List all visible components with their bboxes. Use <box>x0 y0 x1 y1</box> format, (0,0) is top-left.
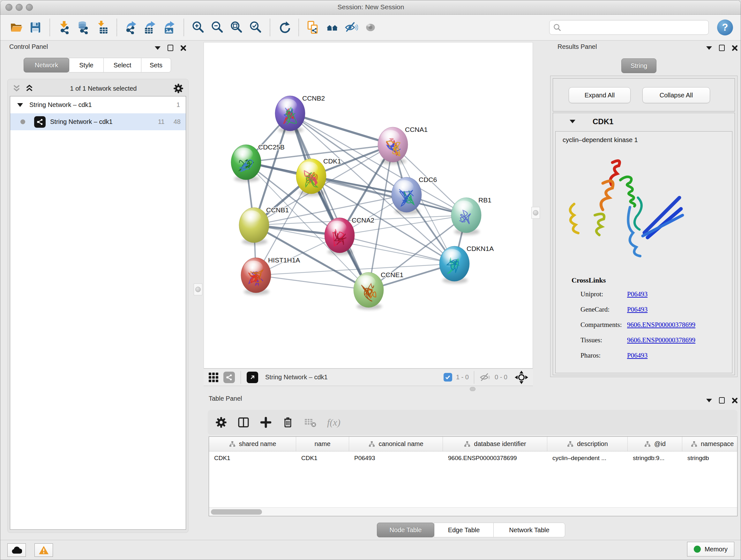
node-table[interactable]: shared name name canonical name database… <box>209 436 738 516</box>
node-label-CCNB1: CCNB1 <box>266 206 289 213</box>
table-horizontal-scrollbar[interactable] <box>209 507 737 516</box>
network-view-title: String Network – cdk1 <box>265 374 328 381</box>
zoom-fit-icon[interactable] <box>229 18 244 37</box>
import-network-icon[interactable] <box>57 18 71 37</box>
crosslink-link-pharos[interactable]: P06493 <box>627 352 648 360</box>
import-database-icon[interactable] <box>76 18 91 37</box>
panel-close-icon[interactable] <box>732 45 738 51</box>
warnings-button[interactable] <box>35 543 53 557</box>
birds-eye-icon[interactable] <box>515 370 529 384</box>
network-edge-CCNB2-CCNE1[interactable] <box>290 113 368 290</box>
toolbar-separator <box>117 19 117 36</box>
save-session-icon[interactable] <box>28 18 43 37</box>
tab-string[interactable]: String <box>621 58 657 73</box>
crosslink-link-compartments[interactable]: 9606.ENSP00000378699 <box>627 321 695 329</box>
selected-checkbox-icon[interactable] <box>444 373 452 381</box>
network-node-CCNA1[interactable] <box>378 127 408 165</box>
export-table-icon[interactable] <box>143 18 158 37</box>
show-all-icon[interactable] <box>325 18 340 37</box>
network-collection-row[interactable]: String Network – cdk1 1 <box>10 97 186 113</box>
open-session-icon[interactable] <box>9 18 23 37</box>
network-edge-CCNB2-CCNA1[interactable] <box>290 113 393 145</box>
right-splitter-handle[interactable] <box>531 207 540 219</box>
toolbar-separator <box>270 19 270 36</box>
table-gear-icon[interactable] <box>215 417 227 428</box>
hide-selected-icon[interactable] <box>344 18 359 37</box>
network-row-selected[interactable]: String Network – cdk1 11 48 <box>10 113 186 130</box>
export-image-icon[interactable] <box>162 18 177 37</box>
network-node-CCNE1[interactable] <box>354 272 384 310</box>
table-row[interactable]: CDK1 CDK1 P06493 9606.ENSP00000378699 cy… <box>209 451 737 465</box>
shared-column-icon <box>644 441 651 447</box>
gene-section-expander-icon[interactable] <box>569 120 576 123</box>
panel-menu-icon[interactable] <box>706 399 712 402</box>
tab-network-table[interactable]: Network Table <box>493 523 565 537</box>
expand-all-icon[interactable] <box>25 84 33 92</box>
tab-network[interactable]: Network <box>23 58 69 72</box>
delete-column-icon[interactable] <box>282 417 293 428</box>
show-hidden-icon[interactable] <box>363 18 378 37</box>
left-splitter-handle[interactable] <box>194 284 202 295</box>
gear-icon[interactable] <box>173 83 184 94</box>
import-table-icon[interactable] <box>95 18 110 37</box>
network-edge-HIST1H1A-CCNE1[interactable] <box>256 275 368 290</box>
network-view-icon[interactable] <box>223 372 235 383</box>
hidden-eye-icon <box>479 373 491 382</box>
crosslink-link-uniprot[interactable]: P06493 <box>627 290 648 298</box>
column-header-namespace[interactable]: namespace <box>682 437 738 451</box>
network-canvas[interactable]: CCNB2CCNA1CDC25BCDK1CDC6RB1CCNB1CCNA2CDK… <box>204 42 533 368</box>
network-node-CDC25B[interactable] <box>231 145 261 182</box>
tab-sets[interactable]: Sets <box>141 58 171 72</box>
cell-database-identifier: 9606.ENSP00000378699 <box>443 451 547 465</box>
panel-float-icon[interactable] <box>719 397 725 403</box>
network-status-dot <box>20 119 25 124</box>
help-button[interactable]: ? <box>717 19 733 36</box>
tree-expander-icon[interactable] <box>17 103 23 107</box>
refresh-icon[interactable] <box>277 18 292 37</box>
panel-menu-icon[interactable] <box>706 46 712 50</box>
export-network-icon[interactable] <box>124 18 138 37</box>
zoom-in-icon[interactable] <box>191 18 205 37</box>
network-node-CCNB2[interactable] <box>275 96 305 133</box>
zoom-out-icon[interactable] <box>210 18 225 37</box>
collapse-all-icon[interactable] <box>12 84 21 92</box>
panel-float-icon[interactable] <box>167 45 173 51</box>
column-header-id[interactable]: @id <box>628 437 682 451</box>
column-header-canonical-name[interactable]: canonical name <box>349 437 443 451</box>
tab-edge-table[interactable]: Edge Table <box>434 523 494 537</box>
grid-view-icon[interactable] <box>208 372 219 383</box>
copy-style-icon[interactable] <box>306 18 320 37</box>
column-header-database-identifier[interactable]: database identifier <box>443 437 547 451</box>
tab-style[interactable]: Style <box>69 58 104 72</box>
search-input[interactable] <box>549 20 709 35</box>
column-header-description[interactable]: description <box>547 437 628 451</box>
panel-menu-icon[interactable] <box>155 46 160 50</box>
column-header-name[interactable]: name <box>296 437 349 451</box>
zoom-selected-icon[interactable] <box>248 18 263 37</box>
node-label-CDK1: CDK1 <box>323 158 341 165</box>
detach-view-icon[interactable] <box>247 372 258 383</box>
show-columns-icon[interactable] <box>238 417 249 428</box>
network-list-panel: 1 of 1 Network selected String Network –… <box>7 79 189 533</box>
add-column-icon[interactable] <box>260 417 272 428</box>
tab-select[interactable]: Select <box>104 58 141 72</box>
network-node-CDKN1A[interactable] <box>440 246 469 284</box>
expand-all-button[interactable]: Expand All <box>569 87 630 103</box>
toolbar-separator <box>298 19 299 36</box>
crosslink-link-tissues[interactable]: 9606.ENSP00000378699 <box>627 336 695 344</box>
crosslink-link-genecard[interactable]: P06493 <box>627 306 648 314</box>
tab-node-table[interactable]: Node Table <box>377 523 434 537</box>
column-header-shared-name[interactable]: shared name <box>209 437 296 451</box>
panel-close-icon[interactable] <box>180 45 186 51</box>
network-node-HIST1H1A[interactable] <box>241 258 271 295</box>
network-node-RB1[interactable] <box>451 198 481 235</box>
horizontal-splitter-handle[interactable] <box>470 387 475 391</box>
selection-indicators: 1 - 0 0 - 0 <box>444 370 529 384</box>
panel-close-icon[interactable] <box>732 397 738 403</box>
memory-button[interactable]: Memory <box>687 542 734 557</box>
scrollbar-thumb[interactable] <box>211 509 262 515</box>
collapse-all-button[interactable]: Collapse All <box>643 87 710 103</box>
network-node-CCNB1[interactable] <box>239 207 269 245</box>
cloud-button[interactable] <box>7 543 26 557</box>
panel-float-icon[interactable] <box>719 45 725 51</box>
